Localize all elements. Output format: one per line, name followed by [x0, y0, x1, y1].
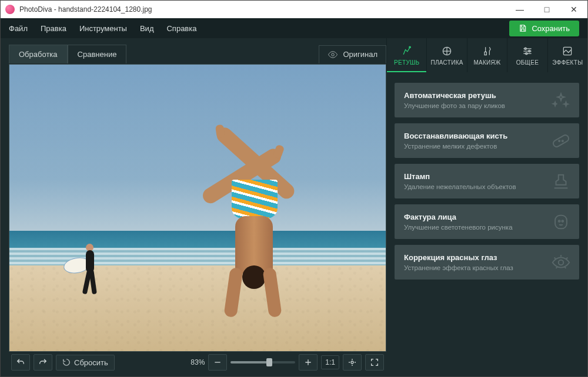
eye-icon — [551, 253, 571, 272]
right-pane: РЕТУШЬ ПЛАСТИКА МАКИЯЖ ОБЩЕЕ — [386, 38, 587, 376]
photo-beach — [9, 265, 386, 351]
plus-icon — [303, 358, 313, 367]
image-canvas[interactable] — [9, 64, 386, 352]
svg-point-10 — [562, 140, 563, 141]
maximize-button[interactable]: □ — [533, 1, 560, 18]
svg-point-13 — [562, 220, 563, 222]
sliders-icon — [522, 45, 533, 57]
window-title: PhotoDiva - handstand-2224104_1280.jpg — [19, 5, 506, 14]
svg-point-9 — [559, 140, 560, 141]
left-pane: Обработка Сравнение Оригинал — [1, 38, 386, 376]
reset-button[interactable]: Сбросить — [56, 355, 115, 371]
original-toggle[interactable]: Оригинал — [319, 45, 386, 63]
original-label: Оригинал — [343, 50, 377, 59]
undo-icon — [16, 358, 25, 367]
bandage-icon — [551, 131, 571, 151]
tool-tab-retouch[interactable]: РЕТУШЬ — [386, 38, 426, 72]
svg-point-12 — [559, 220, 560, 222]
tool-tab-general[interactable]: ОБЩЕЕ — [507, 38, 547, 72]
fullscreen-button[interactable] — [365, 354, 384, 371]
redo-icon — [38, 358, 48, 367]
svg-rect-11 — [555, 215, 567, 228]
tool-auto-retouch[interactable]: Автоматическая ретушь Улучшение фото за … — [395, 83, 579, 117]
save-label: Сохранить — [532, 24, 570, 33]
tool-face-texture[interactable]: Фактура лица Улучшение светотеневого рис… — [395, 204, 579, 239]
tool-tabs: РЕТУШЬ ПЛАСТИКА МАКИЯЖ ОБЩЕЕ — [386, 38, 587, 72]
fullscreen-icon — [370, 358, 379, 367]
tool-list: Автоматическая ретушь Улучшение фото за … — [386, 72, 587, 280]
stamp-icon — [551, 171, 571, 191]
svg-point-0 — [332, 53, 335, 56]
window-controls: — □ ✕ — [506, 1, 587, 18]
close-button[interactable]: ✕ — [560, 1, 587, 18]
menu-help[interactable]: Справка — [166, 24, 196, 33]
tab-compare[interactable]: Сравнение — [68, 45, 127, 63]
tab-processing[interactable]: Обработка — [9, 45, 68, 63]
zoom-ratio-button[interactable]: 1:1 — [321, 355, 339, 369]
plastic-icon — [441, 45, 453, 57]
sparkle-icon — [551, 90, 571, 110]
save-icon — [519, 24, 527, 32]
tool-red-eye[interactable]: Коррекция красных глаз Устранение эффект… — [395, 245, 579, 280]
save-button[interactable]: Сохранить — [509, 21, 579, 36]
svg-point-14 — [559, 260, 564, 265]
tool-stamp[interactable]: Штамп Удаление нежелательных объектов — [395, 164, 579, 198]
bottom-toolbar: Сбросить 83% 1:1 — [9, 352, 386, 373]
undo-button[interactable] — [11, 354, 30, 371]
reset-icon — [62, 358, 71, 366]
menu-file[interactable]: Файл — [9, 24, 28, 33]
menubar: Файл Правка Инструменты Вид Справка Сохр… — [1, 18, 587, 38]
retouch-icon — [401, 45, 413, 57]
menu-tools[interactable]: Инструменты — [79, 24, 127, 33]
app-body: Файл Правка Инструменты Вид Справка Сохр… — [1, 18, 587, 376]
effects-icon — [562, 45, 573, 57]
tool-tab-makeup[interactable]: МАКИЯЖ — [467, 38, 507, 72]
redo-button[interactable] — [34, 354, 52, 371]
zoom-value: 83% — [185, 358, 205, 366]
tool-healing-brush[interactable]: Восстанавливающая кисть Устранение мелки… — [395, 123, 579, 158]
content: Обработка Сравнение Оригинал — [1, 38, 587, 376]
minimize-button[interactable]: — — [506, 1, 533, 18]
zoom-out-button[interactable] — [208, 354, 227, 371]
photo-handstand — [203, 112, 321, 323]
minus-icon — [213, 358, 222, 367]
zoom-in-button[interactable] — [299, 354, 318, 371]
app-logo-icon — [5, 5, 15, 14]
fit-screen-button[interactable] — [343, 354, 362, 371]
svg-rect-8 — [552, 134, 570, 148]
eye-icon — [328, 49, 338, 60]
app-window: PhotoDiva - handstand-2224104_1280.jpg —… — [0, 0, 588, 377]
makeup-icon — [482, 45, 493, 57]
svg-point-1 — [351, 361, 353, 363]
photo-surfer — [80, 244, 103, 302]
view-tabs: Обработка Сравнение Оригинал — [9, 44, 386, 64]
menu-view[interactable]: Вид — [140, 24, 154, 33]
titlebar: PhotoDiva - handstand-2224104_1280.jpg —… — [1, 1, 587, 18]
zoom-slider[interactable] — [230, 361, 295, 363]
face-icon — [551, 212, 571, 232]
fit-icon — [348, 358, 357, 367]
reset-label: Сбросить — [74, 358, 108, 367]
tool-tab-plastic[interactable]: ПЛАСТИКА — [426, 38, 466, 72]
menu-edit[interactable]: Правка — [41, 24, 66, 33]
tool-tab-effects[interactable]: ЭФФЕКТЫ — [547, 38, 587, 72]
